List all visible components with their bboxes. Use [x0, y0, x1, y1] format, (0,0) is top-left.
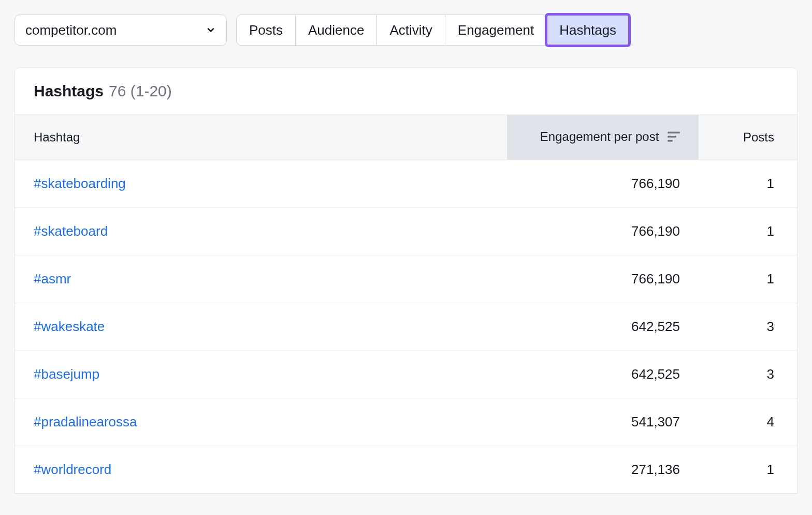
- cell-engagement-per-post: 271,136: [507, 446, 699, 493]
- hashtags-panel: Hashtags 76 (1-20) Hashtag Engagement pe…: [15, 67, 798, 494]
- cell-hashtag: #pradalinearossa: [15, 398, 507, 446]
- tab-label: Activity: [389, 22, 432, 38]
- hashtag-link[interactable]: #asmr: [34, 271, 71, 287]
- cell-posts: 4: [699, 398, 797, 446]
- tab-label: Posts: [249, 22, 283, 38]
- table-row: #pradalinearossa541,3074: [15, 398, 797, 446]
- cell-posts: 1: [699, 255, 797, 303]
- topbar: competitor.com PostsAudienceActivityEnga…: [15, 15, 798, 46]
- tab-label: Hashtags: [559, 22, 616, 38]
- cell-engagement-per-post: 642,525: [507, 350, 699, 398]
- table-row: #skateboarding766,1901: [15, 160, 797, 207]
- tab-audience[interactable]: Audience: [295, 15, 377, 46]
- column-header-engagement-per-post[interactable]: Engagement per post: [507, 115, 699, 160]
- cell-hashtag: #skateboarding: [15, 160, 507, 207]
- table-row: #asmr766,1901: [15, 255, 797, 303]
- cell-engagement-per-post: 766,190: [507, 160, 699, 207]
- tab-activity[interactable]: Activity: [376, 15, 445, 46]
- cell-posts: 1: [699, 207, 797, 255]
- cell-engagement-per-post: 766,190: [507, 255, 699, 303]
- svg-rect-2: [668, 140, 673, 142]
- svg-rect-1: [668, 136, 676, 138]
- cell-hashtag: #worldrecord: [15, 446, 507, 493]
- domain-select-value: competitor.com: [25, 22, 117, 38]
- column-header-epp-label: Engagement per post: [540, 130, 659, 144]
- column-header-posts-label: Posts: [743, 130, 774, 144]
- hashtag-link[interactable]: #skateboarding: [34, 176, 126, 191]
- cell-engagement-per-post: 766,190: [507, 207, 699, 255]
- cell-hashtag: #wakeskate: [15, 303, 507, 350]
- tab-engagement[interactable]: Engagement: [445, 15, 547, 46]
- hashtag-link[interactable]: #pradalinearossa: [34, 414, 137, 430]
- hashtag-link[interactable]: #skateboard: [34, 223, 108, 239]
- table-row: #wakeskate642,5253: [15, 303, 797, 350]
- cell-hashtag: #skateboard: [15, 207, 507, 255]
- tab-posts[interactable]: Posts: [236, 15, 296, 46]
- hashtag-link[interactable]: #wakeskate: [34, 319, 105, 334]
- svg-rect-0: [668, 132, 680, 134]
- table-row: #worldrecord271,1361: [15, 446, 797, 493]
- tab-label: Audience: [308, 22, 364, 38]
- panel-title: Hashtags: [34, 82, 104, 100]
- column-header-hashtag[interactable]: Hashtag: [15, 115, 507, 160]
- hashtags-table: Hashtag Engagement per post Posts: [15, 115, 797, 493]
- table-row: #basejump642,5253: [15, 350, 797, 398]
- tabs: PostsAudienceActivityEngagementHashtags: [236, 15, 629, 46]
- hashtag-link[interactable]: #worldrecord: [34, 462, 111, 477]
- panel-header: Hashtags 76 (1-20): [15, 68, 797, 115]
- column-header-hashtag-label: Hashtag: [34, 130, 80, 144]
- tab-label: Engagement: [458, 22, 534, 38]
- cell-engagement-per-post: 541,307: [507, 398, 699, 446]
- tab-hashtags[interactable]: Hashtags: [546, 15, 629, 46]
- table-row: #skateboard766,1901: [15, 207, 797, 255]
- hashtag-link[interactable]: #basejump: [34, 366, 99, 382]
- domain-select[interactable]: competitor.com: [15, 15, 227, 46]
- sort-descending-icon: [668, 131, 680, 145]
- cell-hashtag: #basejump: [15, 350, 507, 398]
- panel-count: 76 (1-20): [109, 82, 172, 100]
- chevron-down-icon: [206, 25, 216, 35]
- cell-posts: 3: [699, 350, 797, 398]
- cell-posts: 1: [699, 446, 797, 493]
- cell-engagement-per-post: 642,525: [507, 303, 699, 350]
- column-header-posts[interactable]: Posts: [699, 115, 797, 160]
- cell-hashtag: #asmr: [15, 255, 507, 303]
- cell-posts: 1: [699, 160, 797, 207]
- cell-posts: 3: [699, 303, 797, 350]
